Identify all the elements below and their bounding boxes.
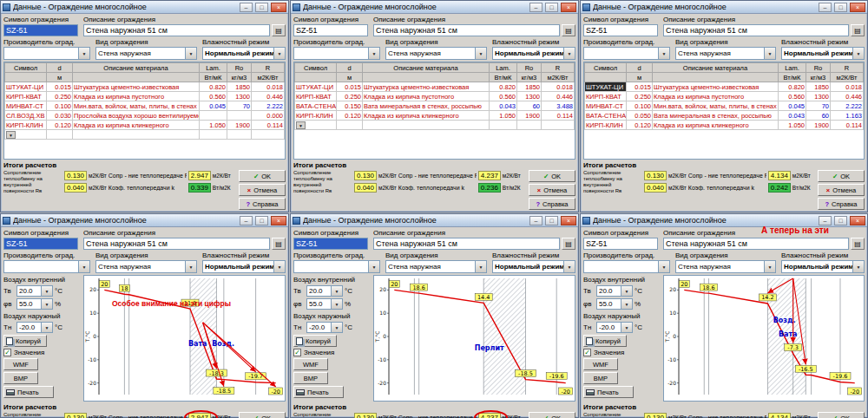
symbol-input[interactable]: SZ-51 (3, 24, 78, 36)
humidity-combo[interactable]: Нормальный режим▼ (781, 260, 865, 273)
material-row[interactable]: ВАТА-СТЕНА0.150Вата минеральная в стенах… (295, 101, 575, 111)
material-cell[interactable]: 0.100 (47, 101, 73, 111)
copy-button[interactable]: Копируй (3, 335, 47, 347)
material-row[interactable]: КИРП-КЛИН0.120Кладка из кирпича клинкерн… (5, 121, 285, 130)
material-cell[interactable]: 0.045 (200, 101, 227, 111)
material-cell[interactable]: 0.114 (542, 111, 575, 121)
close-button[interactable]: × (850, 3, 865, 12)
material-cell[interactable]: КИРП-КЛИН (295, 111, 337, 121)
material-cell[interactable]: 0.120 (627, 121, 653, 130)
material-cell[interactable]: Кладка из кирпича пустотного (653, 92, 779, 101)
material-cell[interactable]: 1300 (806, 92, 831, 101)
material-cell[interactable]: 60 (517, 101, 542, 111)
material-cell[interactable]: 0.250 (627, 92, 653, 101)
new-material-row[interactable]: ▼ (295, 121, 575, 130)
symbol-input[interactable]: SZ-51 (293, 24, 368, 36)
description-input[interactable]: Стена наружная 51 см (373, 24, 560, 36)
values-checkbox[interactable]: ✓ Значения (293, 349, 372, 356)
material-cell[interactable]: 1.163 (831, 111, 864, 121)
material-cell[interactable]: 0.015 (337, 82, 363, 92)
material-cell[interactable]: 0.820 (779, 82, 806, 92)
minimize-button[interactable]: – (240, 216, 253, 225)
print-button[interactable]: Печать (3, 386, 54, 398)
maximize-button[interactable]: □ (255, 216, 268, 225)
material-cell[interactable]: 0.100 (627, 101, 653, 111)
material-cell[interactable]: ШТУКАТ-ЦИ (585, 82, 627, 92)
chevron-down-icon[interactable]: ▼ (621, 323, 632, 332)
material-cell[interactable]: 0.560 (200, 92, 227, 101)
material-cell[interactable]: 0.015 (627, 82, 653, 92)
material-cell[interactable]: Кладка из кирпича клинкерного (73, 121, 200, 130)
material-cell[interactable]: 0.050 (627, 111, 653, 121)
ok-button[interactable]: ✓OK (818, 412, 865, 418)
material-cell[interactable]: 1850 (806, 82, 831, 92)
chevron-down-icon[interactable]: ▼ (185, 261, 196, 272)
wmf-button[interactable]: WMF (583, 358, 618, 370)
material-cell[interactable]: 0.120 (337, 111, 363, 121)
chevron-down-icon[interactable]: ▼ (475, 48, 486, 59)
symbol-input[interactable]: SZ-51 (583, 24, 658, 36)
chevron-down-icon[interactable]: ▼ (78, 48, 89, 59)
help-button[interactable]: ?Справка (529, 198, 575, 210)
copy-button[interactable]: Копируй (583, 335, 627, 347)
titlebar[interactable]: Данные - Ограждение многослойное – □ × (1, 1, 288, 14)
wmf-button[interactable]: WMF (3, 358, 38, 370)
close-button[interactable]: × (271, 216, 286, 225)
ok-button[interactable]: ✓OK (529, 170, 575, 182)
print-button[interactable]: Печать (293, 386, 344, 398)
minimize-button[interactable]: – (240, 3, 253, 12)
close-button[interactable]: × (561, 3, 576, 12)
material-cell[interactable]: Штукатурка цементно-известковая (73, 82, 200, 92)
material-cell[interactable]: 0.045 (779, 101, 806, 111)
maximize-button[interactable]: □ (545, 216, 558, 225)
material-row[interactable]: КИРП-КВАТ0.250Кладка из кирпича пустотно… (585, 92, 864, 101)
chevron-down-icon[interactable]: ▼ (273, 48, 285, 59)
chevron-down-icon[interactable]: ▼ (368, 48, 379, 59)
material-cell[interactable]: 0.120 (47, 121, 73, 130)
producer-combo[interactable]: ▼ (293, 47, 380, 60)
material-cell[interactable]: 1900 (227, 121, 252, 130)
material-cell[interactable]: Вата минеральная в стенах, россыпью (363, 101, 490, 111)
material-cell[interactable]: 1300 (517, 92, 542, 101)
material-cell[interactable]: 0.250 (337, 92, 363, 101)
chevron-down-icon[interactable]: ▼ (563, 48, 575, 59)
material-row[interactable]: КИРП-КВАТ0.250Кладка из кирпича пустотно… (295, 92, 575, 101)
help-button[interactable]: ?Справка (239, 198, 286, 210)
close-button[interactable]: × (561, 216, 576, 225)
material-cell[interactable]: КИРП-КЛИН (585, 121, 627, 130)
chevron-down-icon[interactable]: ▼ (78, 261, 89, 272)
material-cell[interactable]: ШТУКАТ-ЦИ (295, 82, 337, 92)
chevron-down-icon[interactable]: ▼ (368, 261, 379, 272)
cancel-button[interactable]: ×Отмена (239, 184, 286, 196)
maximize-button[interactable]: □ (834, 216, 847, 225)
description-input[interactable]: Стена наружная 51 см (83, 24, 270, 36)
cancel-button[interactable]: ×Отмена (529, 184, 575, 196)
notes-button[interactable]: ▤ (851, 24, 865, 36)
material-cell[interactable]: 1900 (517, 111, 542, 121)
material-cell[interactable]: 1850 (517, 82, 542, 92)
material-cell[interactable]: 0.820 (200, 82, 227, 92)
material-row[interactable]: КИРП-КВАТ0.250Кладка из кирпича пустотно… (5, 92, 285, 101)
material-cell[interactable]: Мин.вата, войлок, маты, плиты, в стенах (73, 101, 200, 111)
material-cell[interactable]: 0.114 (831, 121, 864, 130)
material-cell[interactable]: КИРП-КЛИН (5, 121, 47, 130)
material-cell[interactable]: Штукатурка цементно-известковая (363, 82, 490, 92)
material-cell[interactable]: 0.015 (47, 82, 73, 92)
minimize-button[interactable]: – (819, 3, 832, 12)
material-cell[interactable]: 0.018 (831, 82, 864, 92)
values-checkbox[interactable]: ✓ Значения (583, 349, 661, 356)
material-row[interactable]: КИРП-КЛИН0.120Кладка из кирпича клинкерн… (295, 111, 575, 121)
material-cell[interactable]: 0.114 (252, 121, 285, 130)
fiv-combo[interactable]: 55.0▼ (306, 298, 343, 310)
material-cell[interactable]: 0.030 (47, 111, 73, 121)
symbol-input[interactable]: SZ-51 (3, 238, 78, 250)
description-input[interactable]: Стена наружная 51 см (663, 238, 849, 250)
material-cell[interactable]: МИНВАТ-СТ (5, 101, 47, 111)
tn-combo[interactable]: -20.0▼ (306, 322, 343, 333)
ok-button[interactable]: ✓OK (239, 170, 286, 182)
titlebar[interactable]: Данные - Ограждение многослойное – □ × (291, 1, 578, 14)
material-cell[interactable] (227, 111, 252, 121)
kind-combo[interactable]: Стена наружная▼ (95, 260, 197, 273)
material-cell[interactable]: 1.050 (200, 121, 227, 130)
material-cell[interactable]: Кладка из кирпича пустотного (73, 92, 200, 101)
